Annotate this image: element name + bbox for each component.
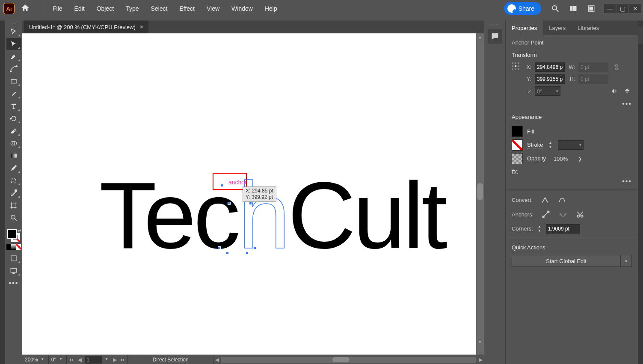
fill-stroke-swatches[interactable]: ⇄ bbox=[6, 228, 21, 243]
artboard-canvas[interactable]: TechCult anchor X: 294.85 pt Y: 399.92 p… bbox=[22, 33, 476, 355]
fx-button[interactable]: fx. bbox=[512, 168, 632, 176]
selection-tool[interactable] bbox=[6, 26, 21, 38]
hscroll-left-icon[interactable]: ◀ bbox=[213, 357, 220, 363]
y-input[interactable] bbox=[535, 74, 565, 84]
x-input[interactable] bbox=[535, 62, 565, 72]
eyedropper-tool[interactable] bbox=[6, 162, 21, 174]
menu-effect[interactable]: Effect bbox=[173, 0, 201, 17]
window-minimize-button[interactable]: — bbox=[604, 4, 616, 13]
corners-input[interactable] bbox=[546, 224, 580, 234]
artboard-dropdown-icon[interactable]: ▾ bbox=[104, 357, 110, 363]
convert-corner-icon[interactable] bbox=[540, 195, 550, 204]
opacity-swatch-button[interactable] bbox=[512, 153, 523, 164]
paintbrush-tool[interactable] bbox=[6, 88, 21, 100]
screen-mode[interactable] bbox=[6, 265, 21, 277]
flip-horizontal-icon[interactable] bbox=[610, 86, 619, 96]
artboard-next-icon[interactable]: ▶ bbox=[111, 357, 118, 363]
tab-libraries[interactable]: Libraries bbox=[572, 21, 605, 35]
direct-selection-tool[interactable] bbox=[6, 38, 21, 50]
home-icon[interactable] bbox=[21, 3, 31, 14]
document-tab-close-icon[interactable]: × bbox=[140, 24, 143, 30]
window-maximize-button[interactable]: ▢ bbox=[616, 4, 628, 13]
right-strip-grip[interactable]: :::::: bbox=[491, 23, 499, 27]
tab-layers[interactable]: Layers bbox=[543, 21, 572, 35]
angle-input[interactable]: 0°▾ bbox=[535, 86, 560, 96]
color-mode-gradient[interactable] bbox=[11, 244, 16, 250]
comments-panel-icon[interactable] bbox=[488, 29, 502, 44]
fill-swatch-button[interactable] bbox=[512, 126, 523, 137]
current-tool-display[interactable]: Direct Selection bbox=[128, 355, 213, 364]
cut-path-icon[interactable] bbox=[575, 210, 585, 219]
eraser-tool[interactable] bbox=[6, 125, 21, 137]
far-right-grip[interactable]: :: bbox=[638, 21, 643, 25]
shape-builder-tool[interactable] bbox=[6, 137, 21, 149]
convert-smooth-icon[interactable] bbox=[557, 195, 567, 204]
scroll-up-icon[interactable]: ▲ bbox=[477, 34, 483, 40]
artboard-tool[interactable] bbox=[6, 199, 21, 211]
zoom-level-control[interactable]: 200% ▾ bbox=[22, 355, 49, 364]
slice-tool[interactable] bbox=[6, 187, 21, 199]
gradient-tool[interactable] bbox=[6, 150, 21, 162]
horizontal-scrollbar[interactable] bbox=[221, 357, 476, 363]
scroll-down-icon[interactable]: ▼ bbox=[477, 339, 483, 345]
menu-file[interactable]: File bbox=[47, 0, 68, 17]
start-global-edit-button[interactable]: Start Global Edit bbox=[512, 255, 621, 267]
menu-view[interactable]: View bbox=[201, 0, 225, 17]
transform-more-icon[interactable]: ••• bbox=[512, 100, 632, 108]
zoom-dropdown-icon[interactable]: ▾ bbox=[40, 357, 46, 363]
share-button[interactable]: Share bbox=[504, 2, 541, 15]
draw-mode-normal[interactable] bbox=[6, 252, 21, 264]
reference-point-selector[interactable] bbox=[512, 62, 519, 70]
opacity-expand-icon[interactable]: ❯ bbox=[578, 156, 582, 162]
artboard-prev-icon[interactable]: ◀ bbox=[76, 357, 83, 363]
menu-window[interactable]: Window bbox=[225, 0, 259, 17]
global-edit-dropdown-icon[interactable]: ▾ bbox=[621, 255, 632, 267]
curvature-tool[interactable] bbox=[6, 63, 21, 75]
anchor-point[interactable] bbox=[246, 252, 249, 255]
artboard-number-input[interactable] bbox=[85, 356, 102, 364]
canvas-viewport[interactable]: TechCult anchor X: 294.85 pt Y: 399.92 p… bbox=[22, 33, 484, 355]
anchor-point[interactable] bbox=[218, 246, 221, 249]
collapsed-panel-handle[interactable] bbox=[638, 27, 643, 44]
rotation-dropdown-icon[interactable]: ▾ bbox=[58, 357, 64, 363]
appearance-more-icon[interactable]: ••• bbox=[512, 178, 632, 185]
constrain-proportions-icon[interactable] bbox=[612, 62, 621, 72]
menu-object[interactable]: Object bbox=[91, 0, 120, 17]
workspace-switcher-icon[interactable] bbox=[587, 4, 596, 13]
anchor-point[interactable] bbox=[226, 252, 229, 255]
search-icon[interactable] bbox=[551, 4, 560, 13]
canvas-text-techcult[interactable]: TechCult bbox=[99, 162, 445, 270]
stroke-weight-stepper[interactable]: ▲▼ bbox=[548, 141, 554, 149]
symbol-sprayer-tool[interactable] bbox=[6, 175, 21, 186]
flip-vertical-icon[interactable] bbox=[622, 86, 632, 96]
corners-label[interactable]: Corners: bbox=[512, 225, 533, 232]
menu-help[interactable]: Help bbox=[259, 0, 283, 17]
rectangle-tool[interactable] bbox=[6, 75, 21, 87]
tools-panel-grip[interactable]: :::::: bbox=[8, 22, 20, 26]
anchor-point[interactable] bbox=[249, 202, 252, 205]
horizontal-scroll-thumb[interactable] bbox=[332, 357, 350, 362]
artboard-last-icon[interactable]: ⏭ bbox=[120, 357, 127, 363]
anchor-point[interactable] bbox=[228, 202, 231, 205]
rotation-control[interactable]: 0° ▾ bbox=[49, 355, 67, 364]
vertical-scrollbar[interactable]: ▲ ▼ bbox=[476, 33, 484, 346]
pen-tool[interactable] bbox=[6, 50, 21, 62]
edit-toolbar-button[interactable]: ••• bbox=[6, 277, 21, 289]
artboard-first-icon[interactable]: ⏮ bbox=[68, 357, 74, 363]
color-mode-none[interactable] bbox=[16, 244, 21, 250]
stroke-label[interactable]: Stroke bbox=[527, 142, 543, 148]
stroke-weight-dropdown[interactable]: ▾ bbox=[558, 140, 584, 150]
vertical-scroll-thumb[interactable] bbox=[477, 183, 483, 200]
document-tab[interactable]: Untitled-1* @ 200 % (CMYK/CPU Preview) × bbox=[24, 21, 148, 33]
fill-swatch[interactable] bbox=[7, 229, 17, 239]
corners-stepper[interactable]: ▲▼ bbox=[536, 225, 542, 233]
arrange-documents-icon[interactable] bbox=[569, 4, 578, 13]
color-mode-row[interactable] bbox=[6, 244, 21, 250]
menu-select[interactable]: Select bbox=[145, 0, 174, 17]
remove-anchor-icon[interactable] bbox=[541, 210, 551, 219]
window-close-button[interactable]: ✕ bbox=[629, 4, 641, 13]
rotate-tool[interactable] bbox=[6, 112, 21, 124]
type-tool[interactable] bbox=[6, 100, 21, 112]
tab-properties[interactable]: Properties bbox=[506, 21, 543, 35]
hscroll-right-icon[interactable]: ▶ bbox=[477, 357, 484, 363]
